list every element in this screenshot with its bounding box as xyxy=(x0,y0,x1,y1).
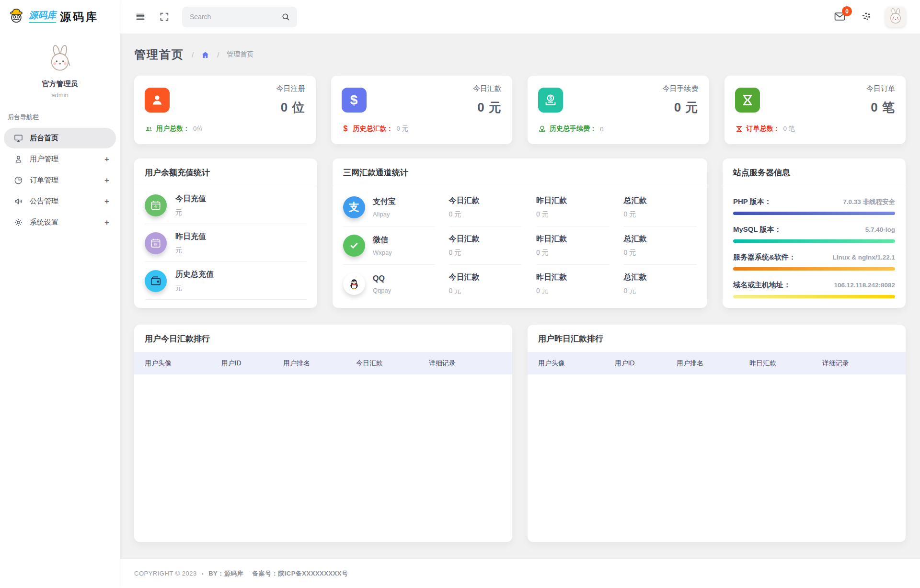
main: 0 xyxy=(120,0,920,588)
breadcrumb-current: 管理首页 xyxy=(227,50,253,59)
stat-foot-value: 0 元 xyxy=(397,124,409,133)
hamburger-menu-icon[interactable] xyxy=(134,11,147,23)
expand-plus-icon[interactable]: + xyxy=(104,197,109,206)
recharge-value: 元 xyxy=(175,284,214,293)
stat-foot-label: 订单总数： xyxy=(747,124,780,133)
page-title: 管理首页 xyxy=(134,47,184,62)
stat-label: 今日汇款 xyxy=(473,84,502,93)
channel-name: 微信 xyxy=(373,235,392,245)
stat-label: 今日订单 xyxy=(866,84,895,93)
progress-bar xyxy=(733,212,895,215)
home-icon[interactable] xyxy=(201,51,209,59)
breadcrumb-separator: / xyxy=(192,51,194,59)
list-item: 昨 昨日充值 元 xyxy=(145,224,307,262)
tables-row: 用户今日汇款排行 用户头像 用户ID 用户排名 今日汇款 详细记录 用户昨日汇款… xyxy=(134,325,906,542)
channel-stat-value: 0 元 xyxy=(536,249,609,257)
channel-name: QQ xyxy=(373,274,391,283)
channel-stat-label: 总汇款 xyxy=(624,196,697,206)
channel-stat-label: 今日汇款 xyxy=(449,196,522,206)
recharge-label: 今日充值 xyxy=(175,194,206,204)
expand-plus-icon[interactable]: + xyxy=(104,176,109,185)
recharge-value: 元 xyxy=(175,246,206,255)
channel-name: 支付宝 xyxy=(373,197,396,207)
search-input[interactable] xyxy=(189,12,276,21)
stat-foot-value: 0位 xyxy=(193,124,203,133)
stat-cards-row: 今日注册 0 位 用户总数： 0位 xyxy=(134,76,906,144)
qq-penguin-icon xyxy=(343,273,365,295)
recharge-stats-card: 用户余额充值统计 今 今日充值 元 xyxy=(134,158,317,308)
recharge-value: 元 xyxy=(175,208,206,217)
brand-stylized-text: 源码库 xyxy=(29,11,56,23)
svg-text:$: $ xyxy=(549,95,552,101)
search-icon[interactable] xyxy=(281,12,290,22)
stat-foot-label: 用户总数： xyxy=(156,124,190,133)
footer-bullet: • xyxy=(202,571,204,577)
column-header: 今日汇款 xyxy=(356,359,429,368)
channel-sub: Wxpay xyxy=(373,249,392,256)
avatar[interactable] xyxy=(45,44,75,75)
channel-stat-label: 昨日汇款 xyxy=(536,272,609,283)
sidebar-item-label: 订单管理 xyxy=(30,176,58,185)
sidebar-item-users[interactable]: 用户管理 + xyxy=(4,149,116,170)
hourglass-icon xyxy=(735,125,743,133)
channel-stat-value: 0 元 xyxy=(536,287,609,295)
topbar-right: 0 xyxy=(834,7,906,27)
channel-stat-label: 总汇款 xyxy=(624,272,697,283)
footer: COPYRIGHT © 2023 • BY：源码库 备案号：陕ICP备XXXXX… xyxy=(120,558,920,588)
today-ranking-table: 用户今日汇款排行 用户头像 用户ID 用户排名 今日汇款 详细记录 xyxy=(134,325,512,542)
channel-row-qq: QQ Qqpay 今日汇款 0 元 昨日汇款 0 元 xyxy=(343,265,697,303)
user-avatar[interactable] xyxy=(886,7,906,27)
channels-card: 三网汇款通道统计 支 支付宝 Alipay xyxy=(333,158,707,308)
stat-value: 0 笔 xyxy=(866,99,895,116)
sidebar-item-label: 公告管理 xyxy=(30,197,58,206)
breadcrumb: 管理首页 / / 管理首页 xyxy=(134,47,906,62)
topbar: 0 xyxy=(120,0,920,34)
footer-by: BY：源码库 xyxy=(208,569,243,578)
calendar-yesterday-icon: 昨 xyxy=(145,232,167,254)
expand-plus-icon[interactable]: + xyxy=(104,218,109,227)
column-header: 用户ID xyxy=(615,359,677,368)
copyright-text: COPYRIGHT © 2023 xyxy=(134,570,197,577)
card-title: 三网汇款通道统计 xyxy=(333,158,707,186)
sidebar-item-settings[interactable]: 系统设置 + xyxy=(4,212,116,233)
column-header: 用户排名 xyxy=(677,359,749,368)
stat-foot-label: 历史总手续费： xyxy=(550,124,597,133)
mascot-logo-icon xyxy=(8,7,25,26)
channel-stat-value: 0 元 xyxy=(449,249,522,257)
sidebar-item-announcements[interactable]: 公告管理 + xyxy=(4,191,116,212)
sidebar-item-label: 系统设置 xyxy=(30,218,58,227)
recharge-label: 昨日充值 xyxy=(175,232,206,242)
server-value: Linux & nginx/1.22.1 xyxy=(832,254,895,261)
column-header: 用户头像 xyxy=(538,359,615,368)
brand[interactable]: 源码库 源码库 xyxy=(0,0,120,34)
stat-card-remittance: $ 今日汇款 0 元 $ 历史总汇款： 0 元 xyxy=(331,76,513,144)
mail-icon[interactable]: 0 xyxy=(834,11,846,23)
apps-grid-icon[interactable] xyxy=(860,11,872,23)
recharge-label: 历史总充值 xyxy=(175,270,214,280)
channel-sub: Qqpay xyxy=(373,287,391,294)
profile-username: admin xyxy=(0,91,120,99)
column-header: 详细记录 xyxy=(822,359,895,368)
wechat-icon xyxy=(343,235,365,257)
channel-stat-value: 0 元 xyxy=(624,210,697,219)
column-header: 用户排名 xyxy=(283,359,356,368)
fullscreen-icon[interactable] xyxy=(158,11,171,23)
footer-icp: 备案号：陕ICP备XXXXXXXXX号 xyxy=(252,569,348,578)
server-row-mysql: MySQL 版本： 5.7.40-log xyxy=(733,218,895,246)
server-info-card: 站点服务器信息 PHP 版本： 7.0.33 非线程安全 MySQL 版本： xyxy=(723,158,906,308)
announcement-icon xyxy=(13,197,23,206)
expand-plus-icon[interactable]: + xyxy=(104,155,109,164)
table-body-empty xyxy=(134,374,512,542)
progress-bar xyxy=(733,267,895,271)
server-label: PHP 版本： xyxy=(733,197,771,206)
server-value: 106.12.118.242:8082 xyxy=(834,282,895,289)
calendar-today-icon: 今 xyxy=(145,194,167,216)
user-icon xyxy=(13,155,23,164)
column-header: 昨日汇款 xyxy=(749,359,822,368)
hourglass-icon xyxy=(735,88,760,113)
channel-stat-value: 0 元 xyxy=(536,210,609,219)
sidebar-item-orders[interactable]: 订单管理 + xyxy=(4,170,116,191)
channel-row-wechat: 微信 Wxpay 今日汇款 0 元 昨日汇款 0 元 xyxy=(343,226,697,265)
sidebar-item-dashboard[interactable]: 后台首页 xyxy=(4,128,116,148)
card-title: 用户余额充值统计 xyxy=(134,158,317,186)
